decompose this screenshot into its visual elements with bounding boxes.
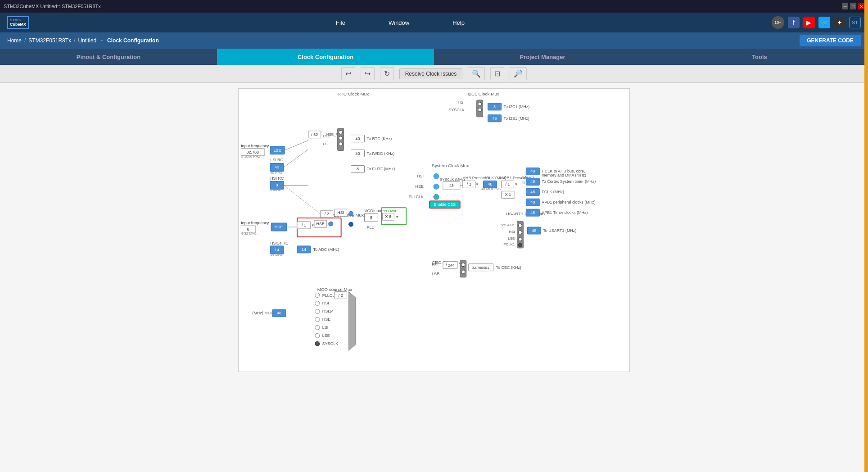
- refresh-button[interactable]: ↻: [380, 67, 394, 80]
- usart1-mux-pclk1: [518, 243, 522, 247]
- hsi14-rc-value: 14: [275, 248, 279, 252]
- app-title: STM32CubeMX Untitled*: STM32F051R8Tx: [4, 4, 101, 9]
- breadcrumb-dash: -: [101, 37, 103, 44]
- enable-css-label: Enable CSS: [434, 202, 456, 207]
- youtube-icon[interactable]: ▶: [803, 17, 815, 28]
- rtc-mux-opt3: [339, 142, 343, 146]
- sysclk-hse-label: HSE: [416, 184, 424, 189]
- vco-input-label: VCOInput: [364, 209, 382, 213]
- lsi-rc-freq-value: 40: [275, 165, 279, 169]
- facebook-icon[interactable]: f: [788, 17, 800, 28]
- tab-tools[interactable]: Tools: [651, 49, 868, 65]
- menu-window[interactable]: Window: [385, 18, 413, 28]
- toolbar: ↩ ↪ ↻ Resolve Clock Issues 🔍 ⊡ 🔎: [0, 65, 868, 83]
- maximize-button[interactable]: □: [850, 3, 856, 9]
- rtc-mux-opt1: [339, 131, 343, 134]
- mco-out-label: (MHz) MCO: [252, 311, 274, 315]
- hse-inner-label: HSE: [316, 222, 325, 226]
- breadcrumb-current: Clock Configuration: [107, 37, 159, 44]
- mco-sysclk-label: SYSCLK: [322, 341, 338, 346]
- to-usart1-value: 48: [532, 228, 536, 233]
- usart1-mux-hsi: [518, 231, 522, 234]
- sysclk-pll-selector: [434, 194, 439, 200]
- undo-button[interactable]: ↩: [341, 67, 355, 80]
- zoom-in-button[interactable]: 🔍: [468, 67, 485, 80]
- twitter-icon[interactable]: 🐦: [818, 17, 830, 28]
- usart1-pclk1-label: PCLK1: [503, 242, 515, 246]
- breadcrumb-sep2: /: [74, 37, 75, 44]
- cec-value: 32.768051: [472, 266, 489, 270]
- vco-input-value: 8: [370, 215, 372, 220]
- lsi-mux-label: LSI: [323, 142, 329, 146]
- menubar: STM32 CubeMX File Window Help 10+ f ▶ 🐦 …: [0, 13, 868, 32]
- to-i2c1-label: To I2C1 (MHz): [504, 104, 530, 109]
- zoom-out-button[interactable]: 🔎: [510, 67, 527, 80]
- to-flitf-label: To FLITF (MHz): [366, 167, 395, 171]
- sysclk-hsi-selector: [434, 173, 439, 179]
- usart1-hsi-label: HSI: [509, 230, 515, 234]
- clock-diagram[interactable]: RTC Clock Mux I2C1 Clock Mux System Cloc…: [238, 88, 630, 372]
- mco-hse-radio: [315, 317, 320, 322]
- i2c1-mux-opt1: [478, 102, 482, 106]
- mco-lsi-radio: [315, 325, 320, 330]
- rtc-mux-opt2: [339, 136, 343, 140]
- x1-value: X 1: [505, 192, 511, 197]
- cortex-timer-value: 48: [530, 179, 535, 184]
- i2c1-hsi-label: HSI: [458, 100, 465, 104]
- apb1-timer-label: APB1 Timer clocks (MHz): [542, 210, 588, 215]
- resolve-clock-button[interactable]: Resolve Clock Issues: [399, 68, 463, 79]
- cec-lse-label: LSE: [432, 272, 439, 276]
- hsi14-out-value: 14: [302, 247, 306, 252]
- titlebar-controls[interactable]: ─ □ ✕: [842, 3, 864, 9]
- to-rtc-label: To RTC (KHz): [366, 136, 392, 141]
- breadcrumb-device[interactable]: STM32F051R8Tx: [28, 37, 71, 44]
- tab-project[interactable]: Project Manager: [434, 49, 651, 65]
- menu-file[interactable]: File: [332, 18, 349, 28]
- usart1-lse-label: LSE: [508, 236, 515, 241]
- hse-pll-dot: [329, 222, 333, 226]
- i2c1-mux-label: I2C1 Clock Mux: [468, 91, 499, 96]
- div32-value: / 32: [311, 132, 318, 137]
- menu-help[interactable]: Help: [449, 18, 468, 28]
- input-freq-unit: 0-1000 KHz: [241, 155, 260, 159]
- hse-label: HSE: [275, 225, 283, 229]
- to-adc-label: To ADC (MHz): [313, 247, 339, 252]
- breadcrumb-home[interactable]: Home: [7, 37, 22, 44]
- st-logo[interactable]: ST: [849, 17, 861, 28]
- fclk-value: 48: [530, 190, 535, 194]
- lsi-rc-freq-label: 40 KHz: [270, 171, 282, 175]
- minimize-button[interactable]: ─: [842, 3, 848, 9]
- cec-hsi-label: HSI: [432, 263, 439, 267]
- hclk-value: 48: [488, 182, 493, 186]
- to-cec-label: To CEC (KHz): [496, 265, 521, 270]
- input-freq-value: 32.768: [247, 150, 259, 154]
- mco-hsi14-label: HSI14: [322, 309, 334, 313]
- generate-code-button[interactable]: GENERATE CODE: [800, 35, 861, 46]
- cec-mux-opt2: [461, 270, 465, 274]
- hsi14-rc-freq-label: 14 MHz: [270, 253, 282, 257]
- mco-mux-shape: [349, 292, 356, 351]
- redo-button[interactable]: ↪: [361, 67, 375, 80]
- sysclk-hsi-label: HSI: [417, 174, 424, 178]
- mco-hse-label: HSE: [322, 317, 330, 322]
- titlebar-left: STM32CubeMX Untitled*: STM32F051R8Tx: [4, 4, 101, 9]
- apb1-prescaler-dropdown: ▼: [514, 182, 518, 186]
- fclk-label: FCLK (MHz): [542, 190, 564, 194]
- version-badge: 10+: [772, 16, 784, 29]
- hsi-rc-value: 8: [276, 183, 278, 187]
- mco-out-value: 48: [277, 311, 281, 315]
- close-button[interactable]: ✕: [858, 3, 864, 9]
- tab-pinout[interactable]: Pinout & Configuration: [0, 49, 217, 65]
- right-sidebar: [864, 0, 868, 472]
- hsi-rc-label: HSI RC: [270, 176, 284, 181]
- stm32cubemx-logo: STM32 CubeMX: [7, 16, 29, 29]
- breadcrumb: Home / STM32F051R8Tx / Untitled - Clock …: [0, 32, 868, 49]
- breadcrumb-file: Untitled: [78, 37, 96, 44]
- network-icon[interactable]: ✦: [834, 17, 845, 28]
- to-i2s1-label: To I2S1 (MHz): [504, 116, 529, 121]
- zoom-fit-button[interactable]: ⊡: [490, 67, 504, 80]
- diagram-svg: RTC Clock Mux I2C1 Clock Mux System Cloc…: [239, 89, 629, 372]
- tab-clock[interactable]: Clock Configuration: [217, 49, 434, 65]
- to-i2c1-value: 8: [493, 104, 496, 109]
- mco-div2-value: / 2: [339, 293, 343, 298]
